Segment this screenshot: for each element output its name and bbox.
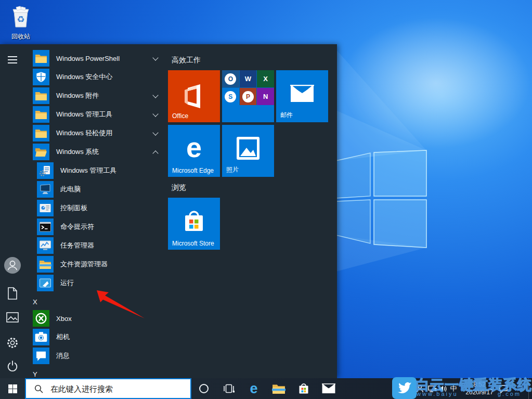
- app-item-this-pc[interactable]: 此电脑: [28, 180, 165, 199]
- store-taskbar-button[interactable]: [291, 378, 316, 399]
- admin-tools-icon: [37, 162, 54, 179]
- recycle-bin-icon: ♻: [9, 5, 33, 29]
- app-item-control-panel[interactable]: 控制面板: [28, 199, 165, 217]
- folder-icon: [33, 50, 49, 67]
- app-item-windows-powershell[interactable]: Windows PowerShell: [28, 49, 161, 68]
- tile-office-suite[interactable]: O W X S P N: [222, 70, 274, 122]
- folder-icon: [33, 106, 49, 123]
- excel-icon: X: [257, 70, 274, 87]
- gear-icon[interactable]: [0, 333, 25, 352]
- clock-date: 2020/9/17: [465, 389, 493, 396]
- skype-icon: S: [222, 88, 239, 105]
- control-panel-icon: [37, 200, 54, 216]
- tile-microsoft-edge[interactable]: e Microsoft Edge: [168, 125, 220, 177]
- volume-tray-icon[interactable]: [438, 378, 448, 399]
- start-menu: Windows PowerShell Windows 安全中心 Windows …: [0, 44, 337, 378]
- action-center-icon: [499, 384, 508, 393]
- file-explorer-taskbar-button[interactable]: [266, 378, 291, 399]
- start-button[interactable]: [0, 378, 25, 399]
- mail-icon: [322, 383, 335, 394]
- app-item-windows-system[interactable]: Windows 系统: [28, 143, 161, 161]
- app-list-section-x[interactable]: X: [33, 298, 37, 306]
- tile-microsoft-store[interactable]: Microsoft Store: [168, 198, 220, 250]
- message-icon: [33, 347, 49, 364]
- pictures-icon[interactable]: [0, 308, 25, 327]
- word-icon: W: [240, 70, 257, 87]
- file-explorer-icon: [37, 256, 54, 273]
- tile-office[interactable]: Office: [168, 70, 220, 122]
- search-icon: [34, 384, 43, 393]
- action-center-button[interactable]: [496, 378, 511, 399]
- camera-icon: [33, 329, 49, 345]
- chevron-down-icon[interactable]: [152, 55, 158, 60]
- file-explorer-icon: [272, 383, 286, 394]
- task-view-button[interactable]: [216, 378, 241, 399]
- folder-icon: [33, 87, 49, 104]
- taskbar-clock[interactable]: 8:52 2020/9/17: [461, 378, 498, 399]
- app-item-windows-accessories[interactable]: Windows 附件: [28, 86, 161, 105]
- app-list-section-y[interactable]: Y: [33, 370, 37, 378]
- taskbar-search[interactable]: [25, 378, 191, 399]
- command-prompt-icon: [37, 218, 54, 235]
- run-icon: [37, 275, 54, 291]
- powerpoint-icon: P: [240, 88, 257, 105]
- this-pc-icon: [37, 181, 54, 198]
- power-icon[interactable]: [0, 357, 25, 376]
- task-manager-icon: [37, 237, 54, 254]
- shield-icon: [33, 69, 49, 85]
- task-view-icon: [223, 384, 235, 393]
- clock-time: 8:52: [465, 381, 493, 389]
- mail-taskbar-button[interactable]: [316, 378, 341, 399]
- app-item-xbox[interactable]: Xbox: [28, 309, 161, 328]
- tile-photos[interactable]: 照片: [222, 125, 274, 177]
- tile-mail[interactable]: 邮件: [276, 70, 328, 122]
- app-item-admin-tools[interactable]: Windows 管理工具: [28, 161, 165, 180]
- app-item-windows-ease-of-access[interactable]: Windows 轻松使用: [28, 124, 161, 143]
- svg-text:♻: ♻: [17, 15, 24, 24]
- office-suite-grid: O W X S P N: [222, 70, 274, 105]
- recycle-bin-label: 回收站: [4, 32, 37, 41]
- app-item-task-manager[interactable]: 任务管理器: [28, 236, 165, 255]
- chevron-up-icon[interactable]: [152, 150, 158, 156]
- network-tray-icon[interactable]: [426, 378, 438, 399]
- start-menu-rail: [0, 44, 25, 378]
- store-icon: [297, 382, 310, 395]
- chevron-down-icon[interactable]: [152, 130, 158, 135]
- app-item-run[interactable]: 运行: [28, 274, 165, 292]
- people-tray-icon[interactable]: [414, 378, 425, 399]
- user-icon[interactable]: [0, 256, 25, 275]
- app-item-command-prompt[interactable]: 命令提示符: [28, 217, 165, 236]
- chevron-down-icon[interactable]: [152, 92, 158, 98]
- outlook-icon: O: [222, 70, 239, 87]
- app-item-windows-security[interactable]: Windows 安全中心: [28, 68, 161, 86]
- tile-group-title: 浏览: [172, 183, 186, 192]
- folder-icon: [33, 125, 49, 141]
- cortana-button[interactable]: [191, 378, 216, 399]
- search-input[interactable]: [49, 384, 190, 394]
- app-item-messages[interactable]: 消息: [28, 346, 161, 365]
- desktop: ♻ 回收站: [0, 0, 532, 399]
- recycle-bin[interactable]: ♻ 回收站: [4, 5, 37, 41]
- folder-open-icon: [33, 144, 49, 160]
- edge-icon: e: [250, 382, 257, 396]
- app-item-camera[interactable]: 相机: [28, 328, 161, 346]
- cortana-icon: [199, 383, 209, 394]
- edge-taskbar-button[interactable]: e: [241, 378, 266, 399]
- show-desktop-button[interactable]: [528, 378, 532, 399]
- ime-indicator[interactable]: 中: [448, 378, 459, 399]
- app-item-file-explorer[interactable]: 文件资源管理器: [28, 255, 165, 274]
- chevron-down-icon[interactable]: [152, 111, 158, 117]
- taskbar: e 中 8:52 2020/9/17: [0, 378, 532, 399]
- app-item-windows-admin-tools[interactable]: Windows 管理工具: [28, 105, 161, 124]
- tile-group-title: 高效工作: [172, 56, 201, 65]
- windows-start-icon: [8, 384, 17, 393]
- hamburger-icon[interactable]: [0, 50, 25, 69]
- document-icon[interactable]: [0, 284, 25, 303]
- xbox-icon: [33, 310, 49, 327]
- onenote-icon: N: [257, 88, 274, 105]
